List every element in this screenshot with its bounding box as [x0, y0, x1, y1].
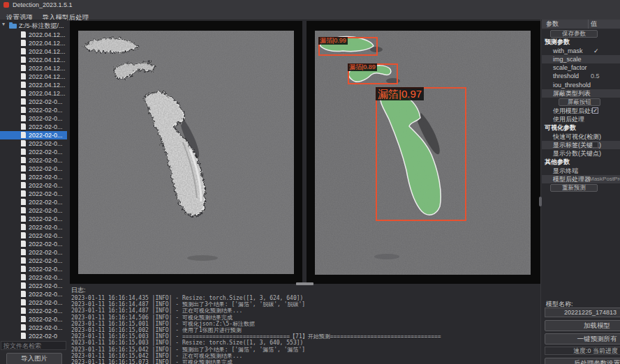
tree-item[interactable]: 2022-02-0... — [0, 181, 67, 190]
tree-item[interactable]: 2022-02-0... — [0, 123, 67, 131]
tree-item[interactable]: 2022-02-0... — [0, 223, 67, 232]
tree-item[interactable]: 2022-02-0... — [0, 173, 67, 181]
model-name-value[interactable]: 20221225_174813 — [545, 308, 620, 317]
tree-item-label: 2022-02-0... — [29, 148, 63, 156]
predict-all-button[interactable]: 一键预测所有 — [545, 333, 620, 344]
file-icon — [21, 132, 26, 138]
param-action-button[interactable]: 屏蔽按钮 — [559, 98, 600, 106]
tree-item[interactable]: 2022-02-0... — [0, 139, 67, 148]
tree-item[interactable]: 2022-02-0... — [0, 215, 67, 223]
checkbox-unchecked[interactable] — [592, 142, 598, 148]
tree-item[interactable]: 2022-02-0... — [0, 114, 67, 123]
tree-root[interactable]: ▾ Z:/5-标注数据/... — [0, 22, 67, 30]
image-panel-prediction[interactable]: 漏箔|0.99漏箔|0.89漏箔|0.97 — [307, 21, 541, 284]
param-section-header: 预测参数 — [542, 38, 620, 46]
file-icon — [21, 333, 26, 339]
file-icon — [21, 316, 26, 322]
tree-item[interactable]: 2022.04.12... — [0, 73, 67, 81]
file-icon — [21, 140, 26, 146]
log-line: 2023-01-11 16:16:15,042 |INFO| - 正在可视化预测… — [71, 353, 540, 359]
param-action-button[interactable]: 保存参数 — [550, 30, 598, 38]
tree-item[interactable]: 2022-02-0... — [0, 148, 67, 156]
tree-item[interactable]: 2022-02-0... — [0, 232, 67, 240]
param-label: 可视化参数 — [545, 123, 576, 132]
tree-item-label: 2022.04.12... — [29, 73, 66, 81]
tree-item[interactable]: 2022-02-0... — [0, 265, 67, 273]
tree-item[interactable]: 2022-02-0... — [0, 190, 67, 198]
tree-item[interactable]: 2022-02-0... — [0, 206, 67, 215]
tree-item[interactable]: 2022-02-0... — [0, 282, 67, 290]
tree-item[interactable]: 2022-02-0... — [0, 298, 67, 307]
param-button-row: 重新预测 — [542, 183, 620, 192]
tree-item[interactable]: 2022.04.12... — [0, 81, 67, 89]
param-value: MaskPostPro — [589, 175, 620, 183]
tree-item[interactable]: 2022-02-0... — [0, 307, 67, 315]
param-row: 显示分数(关键点) — [542, 149, 620, 158]
tree-item-label: 2022-02-0... — [29, 198, 63, 206]
tree-item[interactable]: 2022-02-0... — [0, 315, 67, 324]
import-images-button[interactable]: 导入图片 — [6, 353, 62, 364]
param-row: 模型后处理器MaskPostPro — [542, 175, 620, 183]
param-label: 预测参数 — [545, 38, 570, 46]
tree-item-label: 2022-02-0... — [29, 315, 63, 324]
tree-item[interactable]: 2022.04.12... — [0, 56, 67, 64]
tree-item[interactable]: 2022-02-0... — [0, 290, 67, 298]
tree-item[interactable]: 2022-02-0... — [0, 131, 67, 139]
tree-item-label: 2022-02-0... — [29, 106, 63, 114]
load-model-button[interactable]: 加载模型 — [545, 320, 620, 331]
tree-item-label: 2022-02-0... — [29, 139, 63, 148]
tree-item[interactable]: 2022-02-0... — [0, 165, 67, 173]
tree-item[interactable]: 2022-02-0... — [0, 257, 67, 265]
tree-item[interactable]: 2022-02-0... — [0, 98, 67, 106]
tree-item[interactable]: 2022-02-0... — [0, 324, 67, 332]
tree-item[interactable]: 2022.04.12... — [0, 39, 67, 47]
tree-item[interactable]: 2022.04.12... — [0, 31, 67, 39]
file-icon — [21, 157, 26, 163]
param-row: scale_factor — [542, 63, 620, 72]
file-icon — [21, 123, 26, 130]
file-icon — [21, 257, 26, 264]
tree-item-label: 2022-02-0... — [29, 181, 63, 190]
param-label: img_scale — [553, 55, 582, 63]
tree-item[interactable]: 2022.04.12... — [0, 47, 67, 56]
tree-item[interactable]: 2022-02-0... — [0, 198, 67, 206]
splitter-handle[interactable] — [296, 282, 313, 285]
tree-item[interactable]: 2022.04.12... — [0, 64, 67, 73]
tree-item[interactable]: 2022-02-0... — [0, 240, 67, 248]
tree-item[interactable]: 2022-02-0... — [0, 248, 67, 257]
log-line: 2023-01-11 16:16:15,003 |INFO| - =======… — [71, 333, 540, 340]
file-tree: 2022.04.12...2022.04.12...2022.04.12...2… — [0, 31, 67, 340]
param-label: 屏蔽类型列表 — [553, 89, 591, 98]
tree-item-label: 2022-02-0... — [29, 131, 63, 139]
postprocess-params-button[interactable]: 后处理参数设置 — [545, 358, 620, 364]
log-line: 2023-01-11 16:16:15,003 |INFO| - Resize:… — [71, 340, 540, 346]
tree-item-label: 2022.04.12... — [29, 31, 66, 39]
tree-item[interactable]: 2022-02-0... — [0, 273, 67, 282]
tree-item[interactable]: 2022-02-0 — [0, 332, 67, 340]
param-row: 显示终端 — [542, 167, 620, 175]
file-icon — [21, 90, 26, 96]
checkbox-checked[interactable]: ✓ — [592, 107, 598, 114]
search-input[interactable] — [1, 341, 66, 350]
file-icon — [21, 65, 26, 71]
tree-item-label: 2022-02-0... — [29, 156, 63, 165]
file-icon — [21, 232, 26, 238]
caret-down-icon[interactable]: ▾ — [2, 21, 5, 27]
param-row: iou_threshold — [542, 81, 620, 89]
tree-item[interactable]: 2022.04.12... — [0, 89, 67, 98]
tree-item-label: 2022-02-0... — [29, 298, 63, 307]
tree-item-label: 2022-02-0... — [29, 273, 63, 282]
param-label: 使用模型后处理 — [553, 107, 597, 115]
tree-item[interactable]: 2022-02-0... — [0, 106, 67, 114]
file-icon — [21, 299, 26, 305]
tree-item-label: 2022-02-0... — [29, 248, 63, 257]
file-icon — [21, 190, 26, 197]
file-icon — [21, 107, 26, 113]
parameters-panel: 参数 值 保存参数预测参数with_mask✓img_scalescale_fa… — [542, 20, 620, 364]
file-icon — [21, 308, 26, 314]
param-label: threshold — [553, 72, 579, 80]
image-panel-original[interactable] — [70, 21, 302, 284]
file-icon — [21, 207, 26, 213]
param-action-button[interactable]: 重新预测 — [550, 184, 598, 192]
tree-item[interactable]: 2022-02-0... — [0, 156, 67, 165]
